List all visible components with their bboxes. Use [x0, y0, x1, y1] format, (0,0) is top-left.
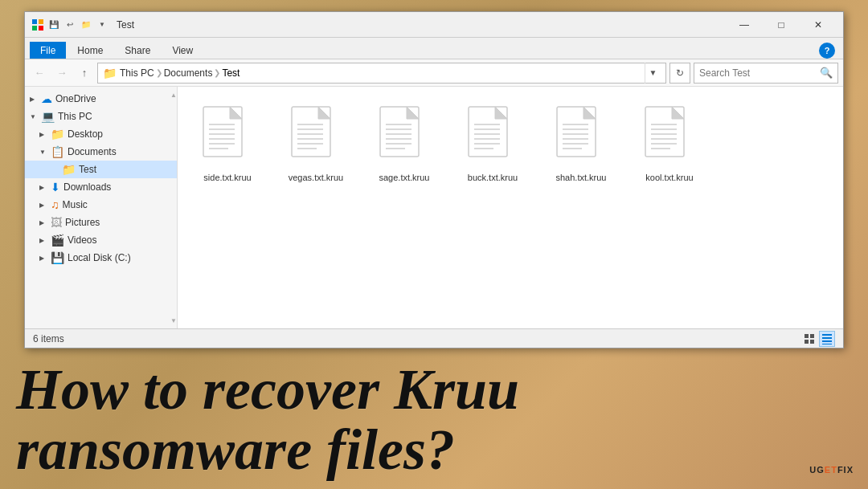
sidebar-item-desktop[interactable]: ▶ 📁 Desktop	[25, 125, 177, 143]
crumb-this-pc[interactable]: This PC	[120, 67, 154, 79]
explorer-window: 💾 ↩ 📁 ▼ Test — □ ✕ File Home Share View …	[24, 11, 844, 348]
crumb-test[interactable]: Test	[222, 67, 240, 79]
sidebar-item-this-pc[interactable]: ▼ 💻 This PC	[25, 108, 177, 125]
documents-icon: 📋	[51, 145, 64, 158]
pictures-icon: 🖼	[51, 216, 62, 229]
sidebar-label: Documents	[68, 146, 117, 157]
svg-rect-3	[39, 26, 43, 31]
sidebar-label: Videos	[68, 234, 96, 246]
downloads-icon: ⬇	[51, 181, 60, 194]
ribbon-tabs: File Home Share View ?	[25, 38, 843, 59]
file-name: shah.txt.kruu	[556, 173, 607, 182]
list-item[interactable]: kool.txt.kruu	[629, 100, 710, 188]
sidebar-label: Test	[79, 164, 96, 175]
search-icon[interactable]: 🔍	[820, 67, 833, 79]
this-pc-icon: 💻	[41, 110, 55, 123]
item-count: 6 items	[33, 333, 64, 344]
file-icon	[465, 105, 521, 169]
music-icon: ♫	[51, 198, 59, 211]
sidebar-item-downloads[interactable]: ▶ ⬇ Downloads	[25, 178, 177, 196]
expand-arrow: ▶	[39, 255, 47, 262]
minimize-button[interactable]: —	[726, 12, 763, 38]
search-input[interactable]	[699, 67, 817, 79]
up-button[interactable]: ↑	[75, 63, 94, 83]
scroll-up[interactable]: ▲	[170, 90, 178, 100]
view-toggle	[801, 331, 835, 347]
svg-rect-61	[810, 340, 814, 344]
sidebar-label: This PC	[58, 111, 92, 122]
svg-rect-62	[822, 334, 832, 336]
sidebar-label: Downloads	[63, 181, 111, 193]
list-item[interactable]: buck.txt.kruu	[452, 100, 533, 188]
forward-button[interactable]: →	[52, 63, 72, 83]
ribbon: File Home Share View ?	[25, 38, 843, 59]
file-name: sage.txt.kruu	[379, 173, 430, 182]
file-icon	[376, 105, 432, 169]
refresh-button[interactable]: ↻	[669, 63, 690, 84]
back-button[interactable]: ←	[30, 63, 49, 83]
new-folder-icon[interactable]: 📁	[80, 18, 92, 31]
svg-rect-64	[822, 340, 832, 342]
expand-arrow: ▶	[39, 131, 47, 138]
address-folder-icon: 📁	[103, 67, 117, 79]
window-title: Test	[117, 19, 726, 31]
help-button[interactable]: ?	[819, 43, 835, 59]
file-name: buck.txt.kruu	[468, 173, 518, 182]
local-disk-icon: 💾	[51, 251, 64, 264]
tab-file[interactable]: File	[30, 42, 66, 59]
sidebar: ▶ ☁ OneDrive ▼ 💻 This PC ▶ 📁 Desktop ▼ 📋…	[25, 87, 178, 328]
watermark-ug: UG	[809, 465, 825, 475]
tab-home[interactable]: Home	[67, 42, 113, 59]
overlay-line1: How to recover Kruu	[16, 360, 852, 421]
quick-save-icon[interactable]: 💾	[47, 18, 60, 31]
sidebar-label: Local Disk (C:)	[68, 252, 131, 263]
sidebar-label: Music	[63, 199, 88, 210]
sidebar-item-music[interactable]: ▶ ♫ Music	[25, 196, 177, 214]
list-item[interactable]: shah.txt.kruu	[541, 100, 621, 188]
sidebar-item-videos[interactable]: ▶ 🎬 Videos	[25, 231, 177, 249]
sidebar-item-test[interactable]: 📁 Test	[25, 161, 177, 178]
test-folder-icon: 📁	[62, 163, 76, 176]
sidebar-item-documents[interactable]: ▼ 📋 Documents	[25, 143, 177, 161]
list-item[interactable]: side.txt.kruu	[187, 100, 268, 188]
main-content: ▶ ☁ OneDrive ▼ 💻 This PC ▶ 📁 Desktop ▼ 📋…	[25, 87, 843, 328]
sidebar-item-local-disk[interactable]: ▶ 💾 Local Disk (C:)	[25, 249, 177, 267]
address-bar[interactable]: 📁 This PC ❯ Documents ❯ Test ▼	[97, 63, 666, 84]
tab-share[interactable]: Share	[114, 42, 161, 59]
expand-arrow: ▶	[39, 219, 47, 226]
videos-icon: 🎬	[51, 234, 64, 247]
watermark-et: ET	[825, 465, 837, 475]
list-item[interactable]: sage.txt.kruu	[364, 100, 444, 188]
details-view-button[interactable]	[819, 331, 835, 347]
onedrive-icon: ☁	[41, 92, 52, 105]
watermark-fix: FIX	[837, 465, 854, 475]
address-dropdown[interactable]: ▼	[645, 63, 661, 84]
scroll-down[interactable]: ▼	[170, 316, 178, 325]
expand-arrow: ▶	[39, 184, 47, 191]
window-icon	[31, 18, 44, 31]
title-bar-icons: 💾 ↩ 📁 ▼	[31, 18, 108, 31]
sidebar-item-onedrive[interactable]: ▶ ☁ OneDrive	[25, 90, 177, 108]
expand-arrow: ▼	[30, 113, 38, 120]
sidebar-item-pictures[interactable]: ▶ 🖼 Pictures	[25, 214, 177, 231]
search-bar[interactable]: 🔍	[694, 63, 838, 84]
undo-icon[interactable]: ↩	[63, 18, 76, 31]
svg-rect-63	[822, 337, 832, 339]
overlay-line2: ransomware files?	[16, 420, 852, 481]
file-name: kool.txt.kruu	[645, 173, 693, 182]
maximize-button[interactable]: □	[763, 12, 800, 38]
expand-arrow: ▶	[39, 202, 47, 209]
dropdown-arrow[interactable]: ▼	[96, 18, 108, 31]
sidebar-label: OneDrive	[55, 93, 96, 104]
svg-rect-59	[810, 334, 814, 338]
svg-rect-60	[805, 340, 809, 344]
expand-arrow: ▼	[39, 149, 47, 156]
file-icon	[199, 105, 256, 169]
close-button[interactable]: ✕	[800, 12, 837, 38]
list-item[interactable]: vegas.txt.kruu	[276, 100, 356, 188]
tab-view[interactable]: View	[162, 42, 203, 59]
desktop-icon: 📁	[51, 128, 64, 141]
overlay-text: How to recover Kruu ransomware files?	[16, 360, 852, 481]
crumb-documents[interactable]: Documents	[164, 67, 213, 79]
large-icons-button[interactable]	[801, 331, 817, 347]
